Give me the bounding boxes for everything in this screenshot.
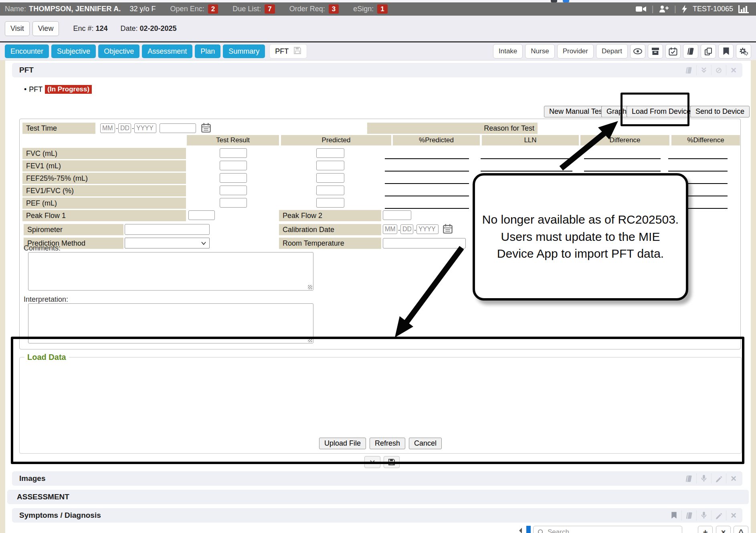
test-time-dd-input[interactable] xyxy=(118,123,131,133)
add-person-icon[interactable] xyxy=(659,5,669,13)
refresh-button[interactable]: Refresh xyxy=(370,438,405,449)
calibration-dd-input[interactable] xyxy=(400,224,413,234)
load-from-device-button[interactable]: Load From Device xyxy=(627,106,696,117)
spirometer-input[interactable] xyxy=(125,224,210,235)
tab-assessment[interactable]: Assessment xyxy=(142,44,192,58)
tab-summary[interactable]: Summary xyxy=(223,44,265,58)
copy-pages-button[interactable] xyxy=(701,44,716,59)
tab-pft-active[interactable]: PFT xyxy=(269,44,307,59)
fef-predicted-input[interactable] xyxy=(316,173,344,183)
room-temperature-input[interactable] xyxy=(383,238,466,248)
order-req-counter[interactable]: Order Req: 3 xyxy=(289,4,339,14)
tab-objective[interactable]: Objective xyxy=(98,44,139,58)
intake-button[interactable]: Intake xyxy=(493,44,523,59)
bar-chart-icon[interactable] xyxy=(738,5,749,13)
search-input[interactable] xyxy=(548,528,668,533)
peak-flow-1-input[interactable] xyxy=(188,210,215,220)
send-to-device-button[interactable]: Send to Device xyxy=(690,106,750,117)
depart-button[interactable]: Depart xyxy=(596,44,628,59)
fev1-fvc-pct-predicted-line xyxy=(385,196,469,196)
video-call-icon[interactable] xyxy=(636,6,647,12)
lightning-icon[interactable] xyxy=(681,5,687,13)
fev1-predicted-input[interactable] xyxy=(316,161,344,170)
enc-number-label: Enc #: xyxy=(73,24,93,32)
pef-pct-predicted-line xyxy=(385,208,469,209)
open-enc-badge[interactable]: 2 xyxy=(208,4,218,14)
bookmark-icon[interactable] xyxy=(667,510,681,521)
calibration-calendar-icon[interactable] xyxy=(443,224,453,236)
cancel-button[interactable]: Cancel xyxy=(409,438,442,449)
tab-subjective[interactable]: Subjective xyxy=(51,44,96,58)
fef-pct-difference-line xyxy=(668,183,728,184)
archive-box-button[interactable] xyxy=(648,44,663,59)
fvc-test-result-input[interactable] xyxy=(220,148,247,158)
provider-button[interactable]: Provider xyxy=(557,44,594,59)
interpretation-textarea[interactable] xyxy=(28,303,313,343)
diagnosis-search-box[interactable] xyxy=(533,526,682,533)
pef-predicted-input[interactable] xyxy=(316,198,344,208)
test-time-yyyy-input[interactable] xyxy=(134,123,156,133)
encounter-notes-book-button[interactable] xyxy=(683,44,698,59)
fev1-pct-predicted-line xyxy=(385,171,469,172)
due-list-counter[interactable]: Due List: 7 xyxy=(232,4,275,14)
settings-gears-button[interactable] xyxy=(736,44,751,59)
spirometer-label: Spirometer xyxy=(24,224,123,235)
print-book-icon[interactable] xyxy=(681,473,696,484)
resize-grip[interactable] xyxy=(308,285,312,289)
preview-eye-button[interactable] xyxy=(630,44,645,59)
esign-counter[interactable]: eSign: 1 xyxy=(353,4,388,14)
view-tab[interactable]: View xyxy=(32,21,59,36)
calendar-picker-icon[interactable] xyxy=(201,123,211,135)
calibration-yyyy-input[interactable] xyxy=(416,224,439,234)
print-book-icon[interactable] xyxy=(681,510,696,521)
new-manual-test-button[interactable]: New Manual Test xyxy=(544,106,610,117)
fef-test-result-input[interactable] xyxy=(220,173,247,183)
encounter-bar: Visit View Enc #: 124 Date: 02-20-2025 xyxy=(0,16,756,41)
comments-textarea[interactable] xyxy=(28,252,313,291)
fev1-fvc-predicted-input[interactable] xyxy=(316,186,344,195)
bookmark-button[interactable] xyxy=(718,44,734,59)
peak-flow-2-input[interactable] xyxy=(383,210,411,220)
tab-plan[interactable]: Plan xyxy=(195,44,220,58)
move-up-button[interactable]: ^ xyxy=(734,526,748,533)
order-req-badge[interactable]: 3 xyxy=(329,4,339,14)
fvc-difference-line xyxy=(584,158,661,159)
microphone-icon[interactable] xyxy=(696,510,711,521)
resize-grip[interactable] xyxy=(308,338,312,342)
nurse-button[interactable]: Nurse xyxy=(525,44,554,59)
prediction-method-select[interactable] xyxy=(125,238,210,248)
upload-file-button[interactable]: Upload File xyxy=(319,438,366,449)
pef-lln-line xyxy=(481,208,572,209)
fev1-test-result-input[interactable] xyxy=(220,161,247,170)
edit-pencil-icon[interactable] xyxy=(711,510,726,521)
open-enc-counter[interactable]: Open Enc: 2 xyxy=(170,4,218,14)
fev1-fvc-test-result-input[interactable] xyxy=(220,186,247,195)
disable-prohibit-icon[interactable]: ⊘ xyxy=(711,65,726,75)
collapse-double-chevron-icon[interactable] xyxy=(696,65,711,75)
close-section-icon[interactable]: × xyxy=(726,510,741,521)
calendar-check-button[interactable] xyxy=(665,44,681,59)
calibration-mm-input[interactable] xyxy=(383,224,397,234)
pft-item-label[interactable]: PFT xyxy=(29,85,42,94)
edit-pencil-icon[interactable] xyxy=(711,473,726,484)
print-book-icon[interactable] xyxy=(681,65,696,75)
pft-status-row[interactable]: • PFT (In Progress) xyxy=(24,85,92,94)
esign-badge[interactable]: 1 xyxy=(377,4,387,14)
test-time-time-input[interactable] xyxy=(160,123,196,133)
close-section-icon[interactable]: × xyxy=(726,473,741,484)
fvc-predicted-input[interactable] xyxy=(316,148,344,158)
due-list-badge[interactable]: 7 xyxy=(265,4,275,14)
add-diagnosis-button[interactable]: + xyxy=(698,526,713,533)
fev1-difference-line xyxy=(584,171,661,172)
test-time-mm-input[interactable] xyxy=(100,123,115,133)
chevron-left-icon[interactable] xyxy=(517,527,524,533)
save-icon[interactable] xyxy=(293,46,301,57)
close-section-icon[interactable]: × xyxy=(726,65,741,75)
remove-button[interactable]: × xyxy=(716,526,731,533)
microphone-icon[interactable] xyxy=(696,473,711,484)
collapse-chevron-button[interactable] xyxy=(364,456,380,468)
tab-encounter[interactable]: Encounter xyxy=(5,44,49,58)
visit-tab[interactable]: Visit xyxy=(5,21,30,36)
pef-test-result-input[interactable] xyxy=(220,198,247,208)
save-note-button[interactable] xyxy=(384,456,400,468)
